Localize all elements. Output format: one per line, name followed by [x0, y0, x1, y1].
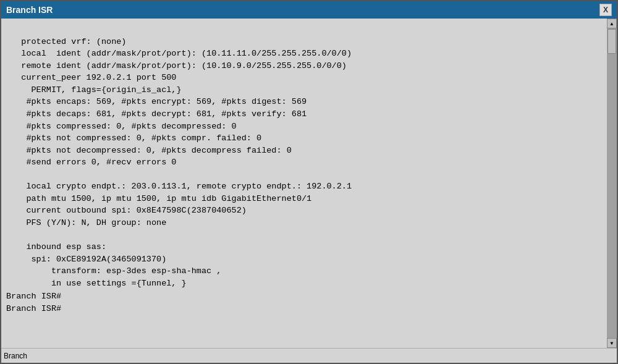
window-title: Branch ISR: [6, 5, 53, 15]
scrollbar: ▲ ▼: [607, 19, 617, 348]
close-button[interactable]: X: [599, 4, 612, 16]
scroll-down-button[interactable]: ▼: [607, 338, 617, 348]
content-area: protected vrf: (none) local ident (addr/…: [1, 19, 617, 348]
window: Branch ISR X protected vrf: (none) local…: [0, 0, 618, 364]
title-bar: Branch ISR X: [1, 1, 617, 19]
status-line1: Branch: [4, 352, 27, 360]
status-bar: Branch: [1, 348, 617, 363]
terminal-output[interactable]: protected vrf: (none) local ident (addr/…: [1, 19, 607, 348]
prompt-line-2: Branch ISR#: [6, 303, 607, 315]
scrollbar-track[interactable]: [607, 28, 617, 338]
scroll-up-button[interactable]: ▲: [607, 19, 617, 28]
scrollbar-thumb[interactable]: [607, 29, 616, 54]
prompt-line-1: Branch ISR#: [6, 289, 607, 303]
terminal-text: protected vrf: (none) local ident (addr/…: [6, 23, 607, 289]
